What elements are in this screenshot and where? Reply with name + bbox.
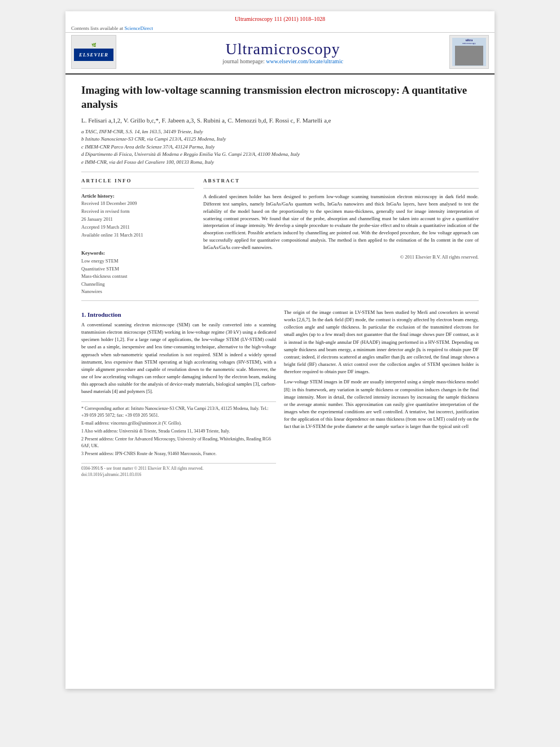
footnote-4: 3 Present address: IPN-CNRS Route de Noz… — [81, 451, 276, 457]
footnote-email: E-mail address: vincenzo.grillo@unimore.… — [81, 420, 276, 427]
article-title: Imaging with low-voltage scanning transm… — [81, 84, 479, 111]
footer-issn: 0304-3991/$ - see front matter © 2011 El… — [81, 466, 204, 471]
article-info-header: Article Info — [81, 178, 194, 184]
affiliations: a TASC, INFM-CNR, S.S. 14, km 163.5, 341… — [81, 128, 479, 167]
affiliation-a: a TASC, INFM-CNR, S.S. 14, km 163.5, 341… — [81, 128, 479, 136]
abstract-column: Abstract A dedicated specimen holder has… — [203, 178, 479, 295]
revised-date: 26 January 2011 — [81, 216, 194, 223]
affiliation-d: d Dipartimento di Fisica, Università di … — [81, 151, 479, 159]
elsevier-logo: 🌿 ELSEVIER — [71, 35, 116, 69]
copyright: © 2011 Elsevier B.V. All rights reserved… — [203, 254, 479, 260]
journal-header: Ultramicroscopy 111 (2011) 1018–1028 Con… — [65, 11, 495, 75]
available-date: Available online 31 March 2011 — [81, 232, 194, 239]
article-info-column: Article Info Article history: Received 1… — [81, 178, 194, 295]
footnotes: * Corresponding author at: Istituto Nano… — [81, 401, 276, 457]
info-abstract-columns: Article Info Article history: Received 1… — [81, 178, 479, 295]
keyword-5: Nanowires — [81, 288, 194, 296]
keyword-2: Quantitative STEM — [81, 265, 194, 273]
sciencedirect-link[interactable]: ScienceDirect — [124, 25, 152, 31]
abstract-text: A dedicated specimen holder has been des… — [203, 193, 479, 251]
footnote-2: 1 Also with address: Università di Tries… — [81, 428, 276, 435]
journal-homepage: journal homepage: www.elsevier.com/locat… — [116, 58, 449, 64]
journal-url[interactable]: www.elsevier.com/locate/ultramic — [266, 58, 343, 64]
journal-banner: 🌿 ELSEVIER Ultramicroscopy journal homep… — [65, 33, 495, 71]
introduction-text-right: The origin of the image contrast in LV-S… — [284, 309, 479, 431]
main-content: 1. Introduction A conventional scanning … — [81, 309, 479, 477]
main-right-column: The origin of the image contrast in LV-S… — [284, 309, 479, 477]
journal-cover-image: ultra microscopy — [449, 35, 489, 69]
authors: L. Felisari a,1,2, V. Grillo b,c,*, F. J… — [81, 116, 479, 126]
footer-bar: 0304-3991/$ - see front matter © 2011 El… — [81, 463, 276, 471]
footnote-1: * Corresponding author at: Istituto Nano… — [81, 405, 276, 419]
introduction-heading: 1. Introduction — [81, 311, 276, 318]
abstract-header: Abstract — [203, 178, 479, 184]
footnote-3: 2 Present address: Centre for Advanced M… — [81, 436, 276, 449]
journal-title-block: Ultramicroscopy journal homepage: www.el… — [116, 40, 449, 64]
contents-label: Contents lists available at ScienceDirec… — [71, 25, 153, 31]
journal-ref: Ultramicroscopy 111 (2011) 1018–1028 — [65, 16, 495, 22]
elsevier-wordmark: ELSEVIER — [74, 49, 113, 61]
introduction-text-left: A conventional scanning electron microsc… — [81, 321, 276, 396]
journal-name: Ultramicroscopy — [116, 40, 449, 58]
accepted-date: Accepted 19 March 2011 — [81, 224, 194, 231]
divider-2 — [81, 188, 194, 189]
affiliation-b: b Istituto Nanoscienze-S3 CNR, via Campi… — [81, 136, 479, 143]
keyword-3: Mass-thickness contrast — [81, 273, 194, 281]
keywords-label: Keywords: — [81, 250, 194, 256]
divider-3 — [203, 188, 479, 189]
footer-doi: doi:10.1016/j.ultramic.2011.03.016 — [81, 472, 276, 477]
divider-4 — [81, 300, 479, 301]
divider-1 — [81, 172, 479, 172]
article-page: Ultramicroscopy 111 (2011) 1018–1028 Con… — [65, 11, 495, 689]
history-label: Article history: — [81, 193, 194, 199]
received-date: Received 18 December 2009 — [81, 200, 194, 207]
article-body: Imaging with low-voltage scanning transm… — [65, 75, 495, 488]
main-left-column: 1. Introduction A conventional scanning … — [81, 309, 276, 477]
revised-label: Received in revised form — [81, 208, 194, 215]
keywords-list: Low energy STEM Quantitative STEM Mass-t… — [81, 257, 194, 296]
header-info-band: Contents lists available at ScienceDirec… — [65, 24, 495, 33]
affiliation-e: e IMM-CNR, via del Fosso del Cavaliere 1… — [81, 159, 479, 167]
affiliation-c: c IMEM-CNR Parco Area delle Scienze 37/A… — [81, 143, 479, 151]
keyword-4: Channelling — [81, 281, 194, 289]
keyword-1: Low energy STEM — [81, 257, 194, 265]
